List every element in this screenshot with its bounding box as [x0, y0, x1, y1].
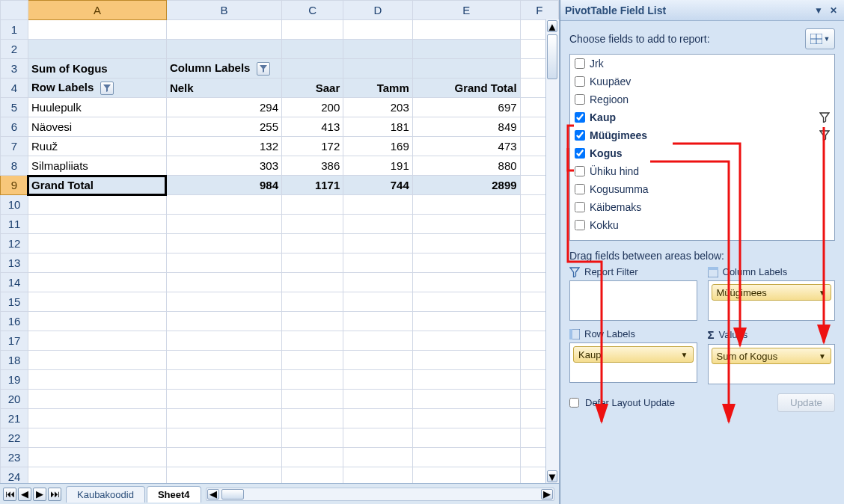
pivot-value[interactable]: 172 [282, 137, 343, 156]
defer-layout-checkbox[interactable] [569, 398, 579, 408]
cell[interactable] [282, 428, 343, 448]
pivot-row-label[interactable]: Ruuž [28, 137, 166, 156]
pivot-value[interactable]: 132 [166, 137, 281, 156]
pivot-row-label[interactable]: Huulepulk [28, 98, 166, 117]
row-header-9[interactable]: 9 [1, 176, 28, 195]
cell[interactable] [282, 59, 343, 79]
cell[interactable] [343, 370, 412, 390]
cell[interactable] [412, 312, 520, 331]
cell[interactable] [166, 253, 281, 273]
field-item-Kogusumma[interactable]: Kogusumma [570, 180, 834, 198]
cell[interactable] [343, 312, 412, 331]
pane-header[interactable]: PivotTable Field List ▼ ✕ [560, 0, 844, 21]
cell[interactable] [28, 351, 166, 370]
row-header-3[interactable]: 3 [1, 59, 28, 79]
cell[interactable] [166, 331, 281, 351]
cell[interactable] [282, 351, 343, 370]
cell[interactable] [28, 428, 166, 448]
cell[interactable] [343, 20, 412, 40]
cell[interactable] [412, 351, 520, 370]
cell[interactable] [28, 195, 166, 215]
field-checkbox-Ühiku hind[interactable] [575, 166, 585, 176]
scroll-up-arrow[interactable]: ▲ [547, 20, 557, 32]
cell[interactable] [28, 312, 166, 331]
tab-nav-prev[interactable]: ◀ [18, 488, 31, 501]
field-list[interactable]: Jrk Kuupäev Regioon Kaup Müügimees Kogus… [569, 54, 835, 241]
cell[interactable] [28, 234, 166, 253]
row-header-12[interactable]: 12 [1, 234, 28, 253]
row-header-1[interactable]: 1 [1, 20, 28, 40]
cell[interactable] [343, 351, 412, 370]
cell[interactable] [282, 467, 343, 484]
cell[interactable] [282, 215, 343, 234]
cell[interactable] [412, 195, 520, 215]
cell[interactable] [28, 331, 166, 351]
vertical-scrollbar[interactable]: ▲ ▼ [545, 19, 559, 483]
row-header-6[interactable]: 6 [1, 117, 28, 137]
field-item-Kokku[interactable]: Kokku [570, 216, 834, 234]
cell[interactable] [343, 253, 412, 273]
field-chip-Sum of Kogus[interactable]: Sum of Kogus▼ [712, 348, 832, 364]
pivot-value[interactable]: 169 [343, 137, 412, 156]
cell[interactable] [282, 331, 343, 351]
field-item-Kaup[interactable]: Kaup [570, 108, 834, 126]
field-checkbox-Kuupäev[interactable] [575, 76, 585, 87]
pivot-value[interactable]: 413 [282, 117, 343, 137]
pivot-col-header[interactable]: Nelk [166, 79, 281, 98]
cell[interactable] [343, 467, 412, 484]
cell[interactable] [282, 390, 343, 409]
cell[interactable] [412, 215, 520, 234]
row-header-5[interactable]: 5 [1, 98, 28, 117]
row-header-20[interactable]: 20 [1, 390, 28, 409]
cell[interactable] [343, 40, 412, 59]
update-button[interactable]: Update [777, 393, 835, 412]
row-labels-dropzone[interactable]: Kaup▼ [569, 342, 697, 383]
col-header-C[interactable]: C [282, 1, 343, 20]
row-header-23[interactable]: 23 [1, 448, 28, 467]
cell[interactable] [343, 448, 412, 467]
pivot-value[interactable]: 191 [343, 156, 412, 176]
row-header-24[interactable]: 24 [1, 467, 28, 484]
column-labels-dropzone[interactable]: Müügimees▼ [708, 280, 836, 321]
chevron-down-icon[interactable]: ▼ [819, 289, 826, 297]
cell[interactable] [412, 40, 520, 59]
pane-menu-dropdown-icon[interactable]: ▼ [813, 5, 825, 16]
pivot-value[interactable]: 880 [412, 156, 520, 176]
pivot-value[interactable]: 203 [343, 98, 412, 117]
row-header-10[interactable]: 10 [1, 195, 28, 215]
row-header-22[interactable]: 22 [1, 428, 28, 448]
pivot-value[interactable]: 303 [166, 156, 281, 176]
field-item-Jrk[interactable]: Jrk [570, 55, 834, 73]
cell[interactable] [412, 448, 520, 467]
tab-nav-first[interactable]: ⏮ [3, 488, 16, 501]
cell[interactable] [412, 234, 520, 253]
horizontal-scrollbar[interactable]: ◀ ▶ [206, 488, 554, 501]
pivot-grand-total[interactable]: 2899 [412, 176, 520, 195]
col-header-D[interactable]: D [343, 1, 412, 20]
pivot-col-header[interactable]: Grand Total [412, 79, 520, 98]
field-checkbox-Müügimees[interactable] [575, 130, 585, 141]
cell[interactable] [412, 409, 520, 428]
row-header-13[interactable]: 13 [1, 253, 28, 273]
cell[interactable] [343, 234, 412, 253]
cell[interactable] [343, 428, 412, 448]
cell[interactable] [28, 253, 166, 273]
cell[interactable] [343, 409, 412, 428]
cell[interactable] [412, 331, 520, 351]
cell[interactable] [28, 390, 166, 409]
row-header-14[interactable]: 14 [1, 273, 28, 292]
cell[interactable] [166, 215, 281, 234]
cell[interactable] [166, 40, 281, 59]
field-checkbox-Kogusumma[interactable] [575, 184, 585, 194]
cell[interactable] [282, 40, 343, 59]
scroll-left-arrow[interactable]: ◀ [207, 489, 219, 500]
cell[interactable] [28, 273, 166, 292]
cell[interactable] [28, 370, 166, 390]
row-header-21[interactable]: 21 [1, 409, 28, 428]
tab-nav-last[interactable]: ⏭ [48, 488, 61, 501]
cell[interactable] [343, 273, 412, 292]
close-icon[interactable]: ✕ [828, 5, 840, 16]
pivot-grand-total[interactable]: 1171 [282, 176, 343, 195]
field-item-Müügimees[interactable]: Müügimees [570, 126, 834, 144]
cell[interactable] [166, 351, 281, 370]
